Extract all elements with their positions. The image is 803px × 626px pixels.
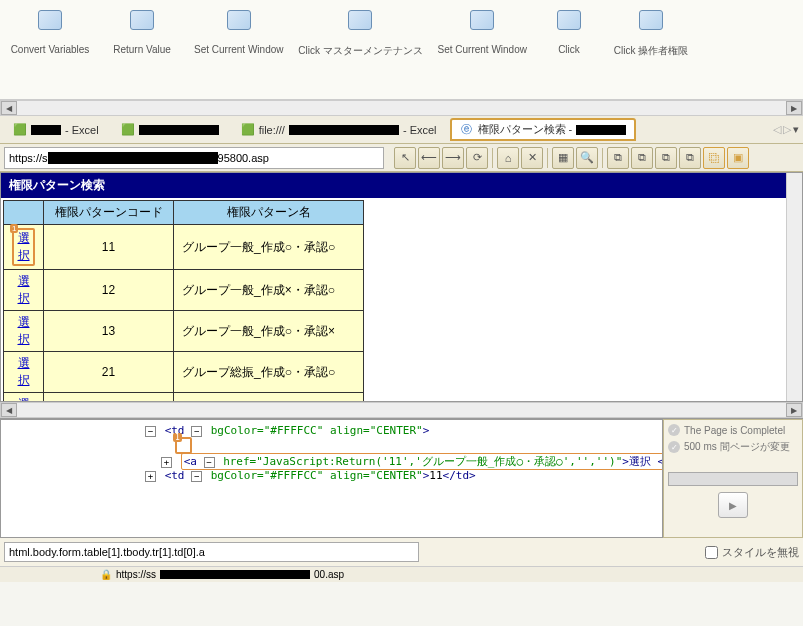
tab-nav-controls: ◁ ▷ ▾	[773, 123, 799, 136]
redacted-text	[160, 570, 310, 579]
tree-collapse-icon[interactable]: −	[145, 426, 156, 437]
tree-collapse-icon[interactable]: −	[191, 471, 202, 482]
check-icon: ✓	[668, 424, 680, 436]
workflow-node-icon	[470, 10, 494, 30]
permission-table: 権限パターンコード 権限パターン名 1選択 11 グループ一般_作成○・承認○ …	[3, 200, 364, 401]
tree-collapse-icon[interactable]: −	[204, 457, 215, 468]
workflow-node[interactable]: Click マスターメンテナンス	[295, 10, 425, 58]
highlighted-dom-node[interactable]: <a − href="JavaScript:Return('11','グループ一…	[181, 453, 663, 470]
name-cell: グループ一般_作成○・承認○	[174, 225, 364, 270]
table-row: 選択 22 グループ総振_作成×・承認○	[4, 393, 364, 402]
tab-label: 権限パターン検索 -	[478, 122, 573, 137]
workflow-node[interactable]: Set Current Window	[437, 10, 526, 58]
select-link[interactable]: 選択	[18, 231, 30, 262]
tab-label-suffix: - Excel	[403, 124, 437, 136]
select-link[interactable]: 選択	[18, 356, 30, 387]
workflow-node-label: Set Current Window	[194, 44, 283, 55]
workflow-node[interactable]: Set Current Window	[194, 10, 283, 58]
window-button-1[interactable]: ⧉	[607, 147, 629, 169]
code-cell: 13	[44, 311, 174, 352]
redacted-text	[576, 125, 626, 135]
tab-menu-button[interactable]: ▾	[793, 123, 799, 136]
tab-label: - Excel	[65, 124, 99, 136]
side-status-panel: ✓ The Page is Completel ✓ 500 ms 間ページが変更…	[663, 419, 803, 538]
workflow-node-icon	[639, 10, 663, 30]
workflow-node[interactable]: Return Value	[102, 10, 182, 58]
view-button[interactable]: ▦	[552, 147, 574, 169]
workflow-node[interactable]: Click 操作者権限	[611, 10, 691, 58]
nav-back-button[interactable]: ↖	[394, 147, 416, 169]
workflow-node-label: Click マスターメンテナンス	[298, 44, 422, 58]
status-item: ✓ The Page is Completel	[668, 424, 798, 436]
name-cell: グループ一般_作成○・承認×	[174, 311, 364, 352]
tree-collapse-icon[interactable]: −	[191, 426, 202, 437]
redacted-text	[289, 125, 399, 135]
url-input[interactable]: https://s 95800.asp	[4, 147, 384, 169]
excel-icon: 🟩	[121, 123, 135, 137]
stop-button[interactable]: ✕	[521, 147, 543, 169]
page-title: 権限パターン検索	[1, 173, 786, 198]
workflow-node-label: Set Current Window	[437, 44, 526, 55]
refresh-button[interactable]: ⟳	[466, 147, 488, 169]
table-row: 選択 21 グループ総振_作成○・承認○	[4, 352, 364, 393]
dom-tree[interactable]: − <td − bgColor="#FFFFCC" align="CENTER"…	[0, 419, 663, 538]
workflow-node-icon	[557, 10, 581, 30]
window-button-4[interactable]: ⧉	[679, 147, 701, 169]
home-button[interactable]: ⌂	[497, 147, 519, 169]
browser-hscrollbar[interactable]: ◀ ▶	[0, 402, 803, 418]
tab-file[interactable]: 🟩 file:/// - Excel	[232, 120, 446, 140]
scroll-left-icon[interactable]: ◀	[1, 403, 17, 417]
scroll-left-icon[interactable]: ◀	[1, 101, 17, 115]
dom-inspector-panel: − <td − bgColor="#FFFFCC" align="CENTER"…	[0, 418, 803, 538]
workflow-node-label: Click 操作者権限	[614, 44, 688, 58]
tab-next-button[interactable]: ▷	[783, 123, 791, 136]
name-cell: グループ総振_作成×・承認○	[174, 393, 364, 402]
browser-content: 権限パターン検索 権限パターンコード 権限パターン名 1選択 11 グループ一般…	[0, 172, 803, 402]
table-row: 選択 12 グループ一般_作成×・承認○	[4, 270, 364, 311]
select-link[interactable]: 選択	[18, 274, 30, 305]
tree-expand-icon[interactable]: +	[161, 457, 172, 468]
workflow-node-icon	[227, 10, 251, 30]
window-button-3[interactable]: ⧉	[655, 147, 677, 169]
workflow-node-label: Return Value	[113, 44, 171, 55]
table-header-code: 権限パターンコード	[44, 201, 174, 225]
tab-excel-1[interactable]: 🟩 - Excel	[4, 120, 108, 140]
scroll-right-icon[interactable]: ▶	[786, 101, 802, 115]
highlighted-select-link: 1選択	[12, 228, 35, 266]
table-header-name: 権限パターン名	[174, 201, 364, 225]
tab-prev-button[interactable]: ◁	[773, 123, 781, 136]
select-link[interactable]: 選択	[18, 315, 30, 346]
tab-permission-search[interactable]: ⓔ 権限パターン検索 -	[450, 118, 637, 141]
redacted-text	[139, 125, 219, 135]
dom-attrs: href="JavaScript:Return('11','グループ一般_作成○…	[223, 455, 622, 468]
tab-excel-2[interactable]: 🟩	[112, 120, 228, 140]
workflow-scrollbar[interactable]: ◀ ▶	[0, 100, 803, 116]
search-button[interactable]: 🔍	[576, 147, 598, 169]
window-button-2[interactable]: ⧉	[631, 147, 653, 169]
badge-icon: 1	[10, 224, 18, 233]
badge-icon: 1	[173, 433, 182, 442]
table-row: 選択 13 グループ一般_作成○・承認×	[4, 311, 364, 352]
status-text: 500 ms 間ページが変更	[684, 440, 790, 454]
url-suffix: 95800.asp	[218, 152, 269, 164]
scroll-right-icon[interactable]: ▶	[786, 403, 802, 417]
copy-button[interactable]: ⿻	[703, 147, 725, 169]
ignore-style-checkbox[interactable]	[705, 546, 718, 559]
workflow-node[interactable]: Click	[539, 10, 599, 58]
play-button[interactable]: ▶	[718, 492, 748, 518]
code-cell: 11	[44, 225, 174, 270]
nav-back-arrow-button[interactable]: ⟵	[418, 147, 440, 169]
selection-button[interactable]: ▣	[727, 147, 749, 169]
workflow-node-icon	[348, 10, 372, 30]
tree-expand-icon[interactable]: +	[145, 471, 156, 482]
dom-attrs: bgColor="#FFFFCC" align="CENTER"	[211, 424, 423, 437]
status-bar: 🔒 https://ss 00.asp	[0, 566, 803, 582]
workflow-node[interactable]: Convert Variables	[10, 10, 90, 58]
side-scrollbar[interactable]	[668, 472, 798, 486]
url-toolbar: https://s 95800.asp ↖ ⟵ ⟶ ⟳ ⌂ ✕ ▦ 🔍 ⧉ ⧉ …	[0, 144, 803, 172]
nav-forward-arrow-button[interactable]: ⟶	[442, 147, 464, 169]
code-cell: 21	[44, 352, 174, 393]
dom-path-input[interactable]	[4, 542, 419, 562]
select-link[interactable]: 選択	[18, 397, 30, 401]
browser-vscrollbar[interactable]	[786, 173, 802, 401]
